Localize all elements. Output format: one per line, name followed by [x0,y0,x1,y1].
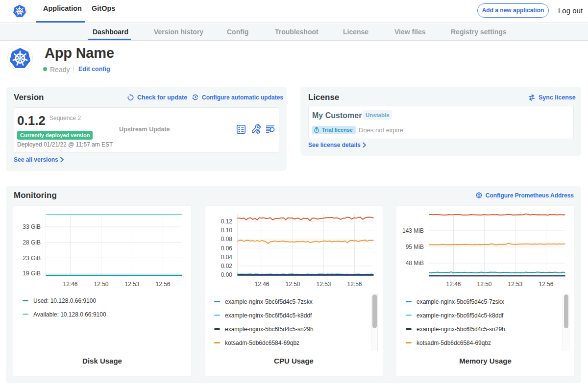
svg-text:0.02: 0.02 [221,263,233,269]
svg-text:0.08: 0.08 [221,236,233,243]
svg-text:48 MiB: 48 MiB [406,260,424,267]
svg-text:0.06: 0.06 [221,245,233,252]
svg-text:12:46: 12:46 [254,281,269,288]
svg-text:12:56: 12:56 [539,281,553,288]
svg-text:12:53: 12:53 [316,281,331,288]
svg-text:0.10: 0.10 [221,227,233,234]
svg-text:12:46: 12:46 [446,281,461,288]
svg-text:143 MiB: 143 MiB [402,227,424,234]
svg-text:12:56: 12:56 [155,281,170,288]
svg-text:0.04: 0.04 [221,254,233,261]
svg-text:12:56: 12:56 [347,281,362,288]
svg-text:95 MiB: 95 MiB [406,244,424,250]
svg-text:12:46: 12:46 [63,281,77,288]
svg-text:12:50: 12:50 [285,281,300,288]
svg-text:0.12: 0.12 [221,218,233,225]
svg-text:12:53: 12:53 [124,281,139,288]
svg-text:33 GiB: 33 GiB [23,223,41,230]
svg-text:0.00: 0.00 [221,271,233,278]
svg-text:12:50: 12:50 [477,281,491,288]
svg-text:12:53: 12:53 [508,281,522,288]
svg-text:12:50: 12:50 [94,281,108,288]
svg-text:19 GiB: 19 GiB [23,270,41,277]
svg-text:28 GiB: 28 GiB [23,239,41,246]
svg-text:23 GiB: 23 GiB [23,255,41,262]
